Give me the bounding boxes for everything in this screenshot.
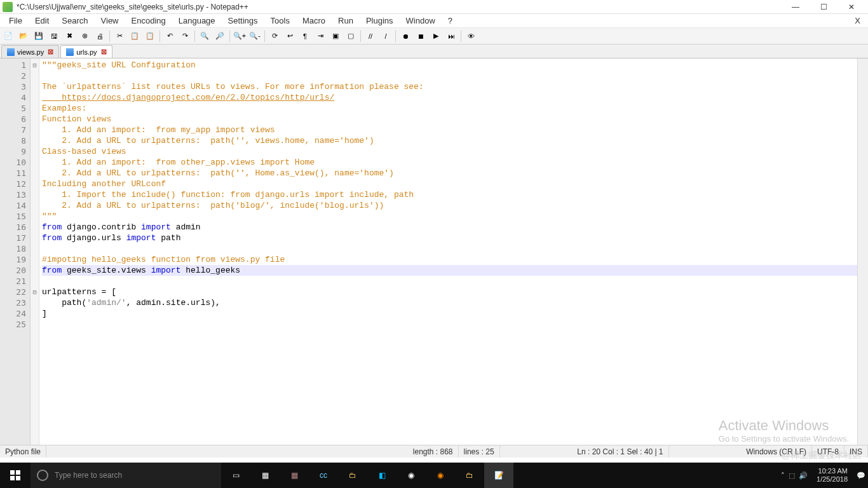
toolbar-fold-icon[interactable]: ▣ — [329, 29, 342, 43]
tray-volume-icon[interactable]: 🔊 — [799, 471, 808, 480]
toolbar-play-multi-icon[interactable]: ⏭ — [444, 29, 458, 43]
toolbar-close-icon[interactable]: ✖ — [62, 29, 76, 43]
folder-icon[interactable]: 🗀 — [455, 463, 484, 488]
vertical-scrollbar[interactable] — [857, 58, 868, 445]
toolbar-save-all-icon[interactable]: 🖫 — [47, 29, 61, 43]
code-line[interactable]: 1. Import the include() function: from d… — [42, 189, 857, 200]
fold-marker — [31, 103, 39, 114]
menu-window[interactable]: Window — [400, 15, 442, 27]
toolbar-record-icon[interactable]: ⏺ — [398, 29, 412, 43]
code-line[interactable]: from geeks_site.views import hello_geeks — [42, 265, 857, 276]
firefox-icon[interactable]: ◉ — [426, 463, 455, 488]
start-button[interactable] — [0, 463, 31, 488]
chrome-icon[interactable]: ◉ — [397, 463, 426, 488]
tab-area-close-icon[interactable]: X — [850, 16, 865, 25]
minimize-button[interactable]: — — [782, 0, 810, 14]
menu-search[interactable]: Search — [55, 15, 94, 27]
taskbar-search[interactable]: Type here to search — [31, 463, 221, 488]
code-line[interactable]: """geeks_site URL Configuration — [42, 60, 857, 71]
code-line[interactable]: The `urlpatterns` list routes URLs to vi… — [42, 81, 857, 92]
toolbar-comment-icon[interactable]: // — [363, 29, 377, 43]
code-line[interactable] — [42, 276, 857, 287]
toolbar-replace-icon[interactable]: 🔎 — [213, 29, 227, 43]
code-line[interactable]: #impoting hello_geeks function from view… — [42, 254, 857, 265]
toolbar-redo-icon[interactable]: ↷ — [178, 29, 192, 43]
toolbar-undo-icon[interactable]: ↶ — [163, 29, 177, 43]
code-line[interactable]: Class-based views — [42, 146, 857, 157]
tab-close-icon[interactable]: ⊠ — [101, 48, 107, 56]
pycharm-icon[interactable]: ◧ — [367, 463, 397, 488]
code-line[interactable]: https://docs.djangoproject.com/en/2.0/to… — [42, 92, 857, 103]
menu-run[interactable]: Run — [332, 15, 360, 27]
toolbar-uncomment-icon[interactable]: / — [379, 29, 393, 43]
tab-urls[interactable]: urls.py ⊠ — [60, 45, 112, 58]
toolbar-open-icon[interactable]: 📂 — [17, 29, 31, 43]
code-line[interactable]: urlpatterns = [ — [42, 287, 857, 297]
taskbar-app-1[interactable]: ▦ — [250, 463, 280, 488]
code-line[interactable]: ] — [42, 308, 857, 319]
code-line[interactable]: Including another URLconf — [42, 179, 857, 189]
fold-marker — [31, 276, 39, 287]
code-line[interactable] — [42, 71, 857, 81]
toolbar-unfold-icon[interactable]: ▢ — [344, 29, 358, 43]
code-area[interactable]: """geeks_site URL ConfigurationThe `urlp… — [39, 58, 857, 445]
toolbar-indent-icon[interactable]: ⇥ — [313, 29, 327, 43]
code-line[interactable]: 2. Add a URL to urlpatterns: path('', vi… — [42, 135, 857, 146]
toolbar-stop-icon[interactable]: ⏹ — [414, 29, 428, 43]
toolbar-copy-icon[interactable]: 📋 — [128, 29, 142, 43]
menu-edit[interactable]: Edit — [29, 15, 55, 27]
toolbar-wrap-icon[interactable]: ↩ — [283, 29, 297, 43]
toolbar-cut-icon[interactable]: ✂ — [112, 29, 126, 43]
code-line[interactable] — [42, 243, 857, 254]
tab-views[interactable]: views.py ⊠ — [1, 45, 59, 58]
code-line[interactable]: path('admin/', admin.site.urls), — [42, 297, 857, 308]
menu-settings[interactable]: Settings — [222, 15, 264, 27]
code-line[interactable] — [42, 319, 857, 330]
taskbar-app-3[interactable]: cc — [309, 463, 338, 488]
code-line[interactable]: 2. Add a URL to urlpatterns: path('', Ho… — [42, 168, 857, 179]
toolbar-paste-icon[interactable]: 📋 — [143, 29, 157, 43]
code-line[interactable]: 2. Add a URL to urlpatterns: path('blog/… — [42, 200, 857, 211]
fold-marker[interactable]: ⊟ — [31, 287, 39, 297]
close-button[interactable]: ✕ — [837, 0, 865, 14]
toolbar-zoom-out-icon[interactable]: 🔍- — [248, 29, 262, 43]
toolbar-find-icon[interactable]: 🔍 — [198, 29, 212, 43]
menu-tools[interactable]: Tools — [264, 15, 296, 27]
menu-view[interactable]: View — [95, 15, 125, 27]
maximize-button[interactable]: ☐ — [810, 0, 837, 14]
file-explorer-icon[interactable]: 🗀 — [338, 463, 367, 488]
code-line[interactable]: Function views — [42, 114, 857, 125]
task-view-icon[interactable]: ▭ — [221, 463, 250, 488]
toolbar-play-icon[interactable]: ▶ — [429, 29, 443, 43]
tab-close-icon[interactable]: ⊠ — [48, 48, 53, 56]
notifications-icon[interactable]: 💬 — [857, 471, 865, 480]
fold-marker — [31, 168, 39, 179]
menu-help[interactable]: ? — [442, 15, 459, 27]
toolbar-sync-icon[interactable]: ⟳ — [268, 29, 281, 43]
menu-language[interactable]: Language — [172, 15, 222, 27]
toolbar-monitor-icon[interactable]: 👁 — [464, 29, 478, 43]
code-line[interactable]: 1. Add an import: from other_app.views i… — [42, 157, 857, 168]
toolbar-save-icon[interactable]: 💾 — [32, 29, 46, 43]
toolbar-print-icon[interactable]: 🖨 — [93, 29, 107, 43]
code-line[interactable]: from django.urls import path — [42, 233, 857, 243]
taskbar-app-2[interactable]: ▦ — [280, 463, 309, 488]
toolbar-zoom-in-icon[interactable]: 🔍+ — [233, 29, 247, 43]
toolbar-new-icon[interactable]: 📄 — [1, 29, 15, 43]
taskbar-clock[interactable]: 10:23 AM 1/25/2018 — [811, 467, 853, 484]
code-line[interactable]: """ — [42, 211, 857, 222]
code-line[interactable]: Examples: — [42, 103, 857, 114]
menu-plugins[interactable]: Plugins — [360, 15, 400, 27]
code-line[interactable]: 1. Add an import: from my_app import vie… — [42, 125, 857, 135]
fold-marker[interactable]: ⊟ — [31, 60, 39, 71]
fold-marker — [31, 125, 39, 135]
menu-file[interactable]: File — [3, 15, 29, 27]
tray-network-icon[interactable]: ⬚ — [789, 471, 795, 480]
notepadpp-icon[interactable]: 📝 — [484, 463, 513, 488]
tray-chevron-icon[interactable]: ˄ — [781, 471, 785, 480]
toolbar-close-all-icon[interactable]: ⊗ — [78, 29, 92, 43]
menu-macro[interactable]: Macro — [296, 15, 332, 27]
toolbar-chars-icon[interactable]: ¶ — [298, 29, 312, 43]
code-line[interactable]: from django.contrib import admin — [42, 222, 857, 233]
menu-encoding[interactable]: Encoding — [125, 15, 172, 27]
